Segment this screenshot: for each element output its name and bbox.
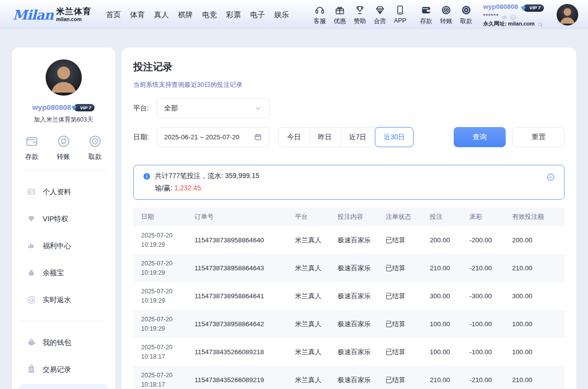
eye-off-icon[interactable]	[501, 13, 508, 20]
vip-level-label: VIP 7	[80, 105, 91, 110]
cell-payout: -300.00	[469, 292, 512, 300]
header-link-phone[interactable]: APP	[390, 4, 410, 26]
cell-valid: 210.00	[512, 376, 557, 384]
sidebar-item-id-card[interactable]: 个人资料	[19, 180, 108, 204]
nav-item-7[interactable]: 娱乐	[274, 10, 289, 20]
magnifier-icon[interactable]	[537, 21, 543, 27]
cell-valid: 100.00	[512, 320, 557, 328]
query-button[interactable]: 查询	[454, 127, 506, 147]
person-icon	[46, 59, 82, 96]
cell-date: 2025-07-2010:19:29	[141, 315, 195, 334]
cell-valid: 100.00	[512, 348, 557, 356]
header-link-label: 转账	[440, 17, 452, 26]
cell-order-no: 1154738435266089219	[195, 376, 295, 384]
phone-icon	[394, 4, 406, 16]
cell-content: 极速百家乐	[338, 348, 386, 357]
quick-date-近7日[interactable]: 近7日	[341, 128, 375, 147]
sidebar-item-thumbs-up[interactable]: 福利中心	[19, 233, 108, 258]
vip-badge-slot: VIP 7	[71, 103, 95, 111]
nav-item-1[interactable]: 体育	[130, 10, 145, 20]
cell-order-no: 1154738738958864641	[195, 292, 295, 300]
brand-domain: milan.com	[56, 17, 92, 22]
header-link-gift[interactable]: 优惠	[330, 4, 350, 26]
collapse-icon[interactable]	[546, 173, 555, 182]
table-header-cell: 注单状态	[386, 212, 430, 221]
date-filter-row: 日期: 2025-06-21 ~ 2025-07-20 今日昨日近7日近30日 …	[133, 127, 564, 147]
quick-date-近30日[interactable]: 近30日	[375, 127, 414, 147]
chevron-down-icon	[254, 104, 262, 112]
sidebar-item-bet-doc[interactable]: 投注记录	[19, 384, 108, 389]
sidebar-item-label: VIP特权	[43, 214, 68, 224]
nav-item-0[interactable]: 首页	[106, 10, 121, 20]
cell-valid: 300.00	[512, 292, 557, 300]
header-link-label: APP	[394, 17, 406, 24]
header-link-trophy[interactable]: 赞助	[350, 4, 370, 26]
header-username[interactable]: wyp080808	[483, 3, 518, 11]
sidebar-username: wyp080808	[32, 103, 71, 111]
cell-content: 极速百家乐	[338, 320, 386, 329]
date-range-input[interactable]: 2025-06-21 ~ 2025-07-20	[157, 127, 270, 147]
quick-date-group: 今日昨日近7日近30日	[278, 127, 414, 147]
sidebar-item-rebate[interactable]: 实时返水	[19, 287, 108, 312]
header-link-label: 优惠	[334, 17, 346, 26]
cell-status: 已结算	[386, 348, 430, 357]
cell-valid: 200.00	[512, 236, 557, 244]
platform-select[interactable]: 全部	[157, 98, 270, 118]
header-link-label: 客服	[314, 17, 326, 26]
summary-totals: 共计777笔投注，流水: 359,999.15	[155, 172, 259, 181]
cell-date: 2025-07-2010:19:29	[141, 287, 195, 306]
sidebar-item-clipboard[interactable]: 交易记录	[19, 357, 108, 382]
header-link-withdraw-filled[interactable]: 取款	[456, 4, 476, 26]
trophy-icon	[354, 4, 366, 16]
page-subtitle: 当前系统支持查询最近30日的投注记录	[133, 80, 564, 89]
avatar[interactable]	[557, 4, 578, 26]
money-bag-icon	[26, 268, 36, 278]
quick-date-昨日[interactable]: 昨日	[310, 128, 341, 147]
cell-content: 极速百家乐	[338, 376, 386, 385]
platform-label: 平台:	[133, 104, 157, 113]
header-link-transfer-filled[interactable]: 转账	[436, 4, 456, 26]
vip-badge-slot: VIP 7	[520, 2, 544, 12]
cell-status: 已结算	[386, 236, 430, 245]
header-link-headset[interactable]: 客服	[310, 4, 330, 26]
sidebar-quick-wallet[interactable]: 存款	[24, 134, 39, 161]
nav-item-3[interactable]: 棋牌	[178, 10, 193, 20]
winloss-value: 1,232.45	[174, 184, 201, 192]
cell-status: 已结算	[386, 264, 430, 273]
chevron-circle-icon[interactable]	[510, 13, 516, 20]
header-link-diamond[interactable]: 合营	[370, 4, 390, 26]
date-label: 日期:	[133, 133, 157, 142]
table-body: 2025-07-2010:19:291154738738958864640米兰真…	[133, 226, 564, 389]
wallet-icon	[24, 134, 39, 149]
reset-button[interactable]: 重置	[513, 127, 564, 147]
cell-platform: 米兰真人	[295, 376, 338, 385]
cell-platform: 米兰真人	[295, 264, 338, 273]
sidebar-item-money-bag[interactable]: 余额宝	[19, 260, 108, 285]
calendar-icon[interactable]	[254, 133, 262, 141]
winloss-label: 输/赢:	[155, 184, 172, 192]
nav-item-5[interactable]: 彩票	[226, 10, 241, 20]
quick-date-今日[interactable]: 今日	[279, 128, 310, 147]
nav-item-6[interactable]: 电子	[250, 10, 265, 20]
sidebar-item-piggy-bank[interactable]: 我的钱包	[19, 330, 108, 355]
header-link-wallet-filled[interactable]: 存款	[416, 4, 436, 26]
cell-date: 2025-07-2010:18:17	[141, 343, 195, 362]
sidebar-avatar[interactable]	[46, 59, 82, 96]
transfer-icon	[56, 134, 71, 149]
nav-item-4[interactable]: 电竞	[202, 10, 217, 20]
table-header-cell: 派彩	[469, 212, 512, 221]
sidebar-quick-label: 存款	[25, 153, 39, 161]
sidebar-quick-transfer[interactable]: 转账	[56, 134, 71, 161]
sidebar-quick-withdraw[interactable]: 取款	[88, 134, 102, 161]
gem-icon	[70, 104, 78, 112]
cell-content: 极速百家乐	[338, 236, 386, 245]
table-header-cell: 日期	[141, 212, 195, 221]
cell-content: 极速百家乐	[338, 292, 386, 301]
header-quick-links: 客服优惠赞助合营APP	[310, 4, 410, 26]
cell-order-no: 1154738738958864642	[195, 320, 295, 328]
sidebar-item-gem[interactable]: VIP特权	[19, 207, 108, 231]
brand-logo[interactable]: Milan 米兰体育 milan.com	[13, 7, 92, 22]
table-header-row: 日期订单号平台投注内容注单状态投注派彩有效投注额	[133, 207, 564, 226]
nav-item-2[interactable]: 真人	[154, 10, 169, 20]
divider	[20, 321, 107, 321]
